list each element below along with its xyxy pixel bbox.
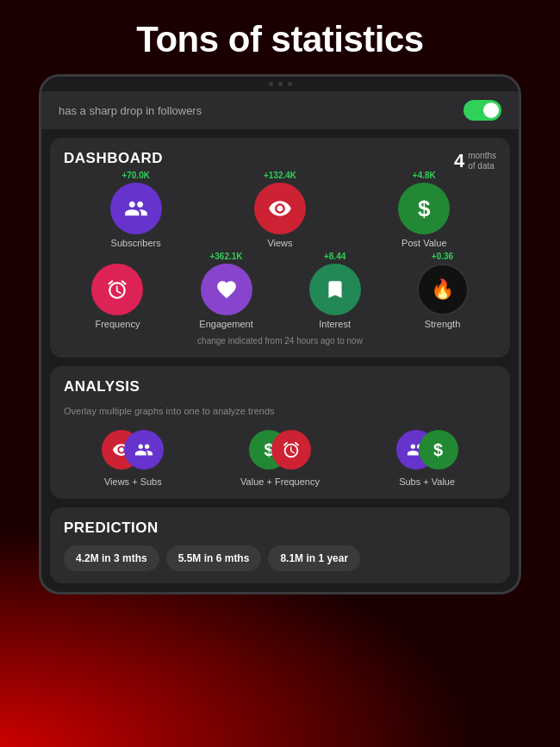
prediction-section: PREDICTION 4.2M in 3 mths 5.5M in 6 mths… xyxy=(50,507,510,583)
analysis-icons-value-freq: $ xyxy=(249,428,311,471)
stat-label-interest: Interest xyxy=(319,319,351,329)
analysis-views-subs[interactable]: Views + Subs xyxy=(102,428,164,487)
change-note: change indicated from 24 hours ago to no… xyxy=(64,336,496,345)
analysis-grid: Views + Subs $ Value + Frequency xyxy=(64,428,496,487)
stat-change-engagement: +362.1K xyxy=(209,252,242,261)
analysis-icons-subs-value: $ xyxy=(396,428,458,471)
stat-views[interactable]: +132.4K Views xyxy=(254,183,306,248)
analysis-label-value-freq: Value + Frequency xyxy=(240,476,320,487)
dashboard-header: DASHBOARD 4 monthsof data xyxy=(64,150,496,172)
months-badge: 4 monthsof data xyxy=(454,150,496,172)
stat-icon-wrapper-engagement: +362.1K xyxy=(201,264,252,315)
users-icon-analysis xyxy=(134,440,153,459)
stat-label-strength: Strength xyxy=(425,319,461,329)
stat-label-views: Views xyxy=(267,238,292,248)
stats-row-1: +70.0K Subscribers +132.4K xyxy=(64,183,496,248)
stat-strength[interactable]: +0.36 🔥 Strength xyxy=(417,264,469,329)
analysis-icon-users xyxy=(124,430,164,470)
stat-subscribers[interactable]: +70.0K Subscribers xyxy=(110,183,162,248)
analysis-subs-value[interactable]: $ Subs + Value xyxy=(396,428,458,487)
notch-dot-2 xyxy=(278,82,283,86)
analysis-icon-alarm xyxy=(271,430,311,470)
stat-icon-wrapper-subscribers: +70.0K xyxy=(110,183,162,234)
stat-frequency[interactable]: Frequency xyxy=(91,264,143,329)
stat-change-strength: +0.36 xyxy=(432,252,453,261)
tablet-notch xyxy=(41,77,519,91)
analysis-header: ANALYSIS xyxy=(64,378,496,395)
tablet-frame: has a sharp drop in followers DASHBOARD … xyxy=(39,74,521,594)
stat-change-interest: +8.44 xyxy=(324,252,345,261)
alarm-icon-analysis xyxy=(282,440,301,459)
page-title: Tons of statistics xyxy=(0,0,560,74)
prediction-title: PREDICTION xyxy=(64,520,159,536)
stat-circle-engagement xyxy=(201,264,252,315)
stat-change-subscribers: +70.0K xyxy=(121,171,150,180)
stat-label-post-value: Post Value xyxy=(401,238,446,248)
stat-circle-frequency xyxy=(91,264,143,315)
stat-circle-views xyxy=(254,183,306,234)
prediction-pill-6m[interactable]: 5.5M in 6 mths xyxy=(166,545,262,571)
stat-change-views: +132.4K xyxy=(264,171,296,180)
prediction-pill-1y[interactable]: 8.1M in 1 year xyxy=(268,545,360,571)
analysis-subtitle: Overlay multiple graphs into one to anal… xyxy=(64,406,496,416)
notch-dot-1 xyxy=(269,82,273,86)
stat-circle-interest xyxy=(309,264,361,315)
analysis-icon-dollar-2: $ xyxy=(419,430,458,470)
stat-circle-subscribers xyxy=(110,183,162,234)
dollar-icon-analysis-2: $ xyxy=(433,440,443,460)
stat-interest[interactable]: +8.44 Interest xyxy=(309,264,361,329)
prediction-pill-3m[interactable]: 4.2M in 3 mths xyxy=(64,545,159,571)
notch-dot-3 xyxy=(288,82,292,86)
dashboard-section: DASHBOARD 4 monthsof data +70.0K Subscri… xyxy=(50,138,510,358)
stat-circle-post-value: $ xyxy=(398,183,450,234)
stat-icon-wrapper-views: +132.4K xyxy=(254,183,306,234)
stat-label-engagement: Engagement xyxy=(199,319,252,329)
analysis-icons-views-subs xyxy=(102,428,164,471)
analysis-section: ANALYSIS Overlay multiple graphs into on… xyxy=(50,366,510,499)
notification-toggle[interactable] xyxy=(464,100,501,121)
stats-row-2: Frequency +362.1K Engagement +8.44 xyxy=(64,264,496,329)
alarm-icon xyxy=(106,278,128,301)
stat-change-post-value: +4.8K xyxy=(413,171,436,180)
stat-icon-wrapper-strength: +0.36 🔥 xyxy=(417,264,469,315)
users-icon xyxy=(124,196,148,221)
stat-icon-wrapper-frequency xyxy=(91,264,143,315)
analysis-title: ANALYSIS xyxy=(64,378,140,395)
stat-icon-wrapper-post-value: +4.8K $ xyxy=(398,183,450,234)
analysis-label-subs-value: Subs + Value xyxy=(399,476,455,487)
notification-text: has a sharp drop in followers xyxy=(59,104,202,117)
stat-circle-strength: 🔥 xyxy=(417,264,469,315)
months-number: 4 xyxy=(454,150,464,172)
months-label: monthsof data xyxy=(468,151,496,171)
dashboard-title: DASHBOARD xyxy=(64,150,163,167)
analysis-value-freq[interactable]: $ Value + Frequency xyxy=(240,428,320,487)
notification-bar: has a sharp drop in followers xyxy=(41,91,519,129)
fire-icon: 🔥 xyxy=(431,278,454,301)
eye-icon xyxy=(268,196,292,221)
bookmark-icon xyxy=(324,278,346,301)
stat-label-frequency: Frequency xyxy=(95,319,140,329)
dollar-icon: $ xyxy=(418,196,430,222)
stat-post-value[interactable]: +4.8K $ Post Value xyxy=(398,183,450,248)
stat-label-subscribers: Subscribers xyxy=(111,238,161,248)
stat-icon-wrapper-interest: +8.44 xyxy=(309,264,361,315)
heart-icon xyxy=(215,278,238,301)
prediction-pills: 4.2M in 3 mths 5.5M in 6 mths 8.1M in 1 … xyxy=(64,545,496,571)
analysis-label-views-subs: Views + Subs xyxy=(104,476,162,487)
stat-engagement[interactable]: +362.1K Engagement xyxy=(199,264,252,329)
